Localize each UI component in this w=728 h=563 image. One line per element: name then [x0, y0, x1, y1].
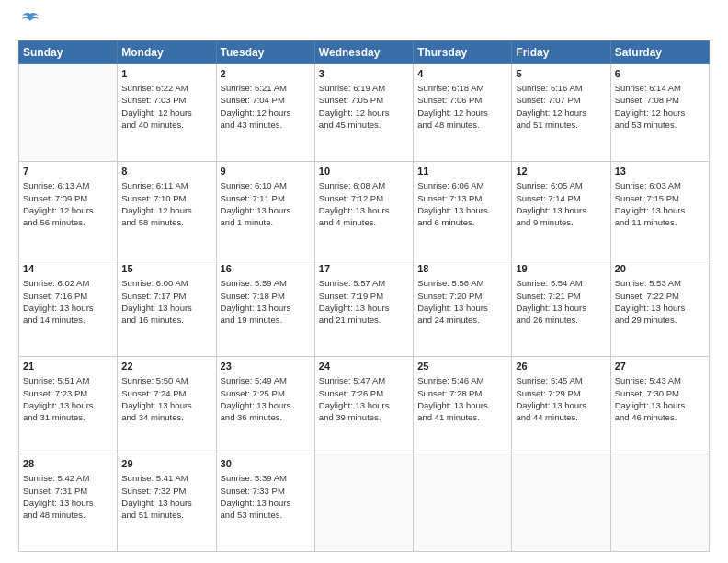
day-info-line: and 48 minutes. — [417, 119, 507, 131]
calendar-cell: 18Sunrise: 5:56 AMSunset: 7:20 PMDayligh… — [414, 259, 512, 356]
day-info-line: Sunrise: 6:10 AM — [221, 179, 311, 191]
calendar-cell: 25Sunrise: 5:46 AMSunset: 7:28 PMDayligh… — [414, 356, 512, 454]
day-number: 18 — [417, 262, 507, 276]
day-info-line: Sunset: 7:19 PM — [319, 290, 409, 302]
calendar-week-row: 21Sunrise: 5:51 AMSunset: 7:23 PMDayligh… — [19, 356, 710, 454]
day-info-line: Sunset: 7:15 PM — [615, 192, 705, 204]
day-info-line: and 19 minutes. — [221, 314, 311, 326]
day-info-line: Daylight: 12 hours — [23, 204, 113, 216]
day-number: 13 — [615, 165, 705, 178]
day-info-line: and 21 minutes. — [319, 314, 409, 326]
calendar-header-saturday: Saturday — [610, 40, 709, 63]
calendar-cell: 2Sunrise: 6:21 AMSunset: 7:04 PMDaylight… — [216, 63, 314, 161]
day-info-line: Sunrise: 6:02 AM — [23, 277, 113, 289]
day-info-line: Sunrise: 6:16 AM — [516, 82, 606, 94]
day-info-line: and 44 minutes. — [516, 411, 606, 423]
day-info-line: Sunset: 7:12 PM — [319, 192, 409, 204]
day-number: 20 — [615, 262, 705, 276]
day-info-line: and 53 minutes. — [615, 119, 705, 131]
day-info-line: Sunset: 7:18 PM — [221, 290, 311, 302]
day-info-line: Daylight: 13 hours — [516, 302, 606, 314]
calendar-header-friday: Friday — [512, 40, 610, 63]
day-info-line: Sunrise: 6:22 AM — [121, 82, 211, 94]
day-info-line: and 24 minutes. — [417, 314, 507, 326]
day-number: 30 — [221, 457, 311, 471]
header — [18, 15, 710, 33]
calendar-cell: 23Sunrise: 5:49 AMSunset: 7:25 PMDayligh… — [216, 356, 314, 454]
day-info-line: Sunset: 7:24 PM — [121, 387, 211, 399]
calendar-cell: 15Sunrise: 6:00 AMSunset: 7:17 PMDayligh… — [118, 259, 216, 356]
calendar-cell — [314, 454, 413, 551]
day-info-line: Sunset: 7:04 PM — [221, 94, 311, 106]
day-number: 3 — [319, 67, 409, 81]
calendar-header-sunday: Sunday — [19, 40, 118, 63]
day-info-line: Daylight: 12 hours — [221, 107, 311, 119]
day-info-line: Daylight: 13 hours — [319, 399, 409, 411]
day-info-line: Sunrise: 5:45 AM — [516, 374, 606, 386]
page: SundayMondayTuesdayWednesdayThursdayFrid… — [0, 0, 728, 563]
calendar-week-row: 14Sunrise: 6:02 AMSunset: 7:16 PMDayligh… — [19, 259, 710, 356]
day-info-line: Daylight: 12 hours — [121, 107, 211, 119]
day-info-line: and 29 minutes. — [615, 314, 705, 326]
calendar-cell: 22Sunrise: 5:50 AMSunset: 7:24 PMDayligh… — [118, 356, 216, 454]
calendar-cell: 5Sunrise: 6:16 AMSunset: 7:07 PMDaylight… — [512, 63, 610, 161]
calendar-cell — [610, 454, 709, 551]
day-info-line: and 43 minutes. — [221, 119, 311, 131]
calendar-cell: 13Sunrise: 6:03 AMSunset: 7:15 PMDayligh… — [610, 161, 709, 259]
calendar-cell — [414, 454, 512, 551]
day-info-line: and 51 minutes. — [516, 119, 606, 131]
day-info-line: Daylight: 13 hours — [121, 497, 211, 509]
day-info-line: Sunrise: 6:14 AM — [615, 82, 705, 94]
calendar-cell: 29Sunrise: 5:41 AMSunset: 7:32 PMDayligh… — [118, 454, 216, 551]
calendar-cell: 27Sunrise: 5:43 AMSunset: 7:30 PMDayligh… — [610, 356, 709, 454]
calendar-cell: 30Sunrise: 5:39 AMSunset: 7:33 PMDayligh… — [216, 454, 314, 551]
day-number: 8 — [121, 165, 211, 178]
day-info-line: Sunrise: 5:50 AM — [121, 374, 211, 386]
day-info-line: Sunrise: 6:19 AM — [319, 82, 409, 94]
day-info-line: Daylight: 12 hours — [319, 107, 409, 119]
day-info-line: Daylight: 12 hours — [615, 107, 705, 119]
calendar-cell: 9Sunrise: 6:10 AMSunset: 7:11 PMDaylight… — [216, 161, 314, 259]
day-info-line: Sunrise: 6:11 AM — [121, 179, 211, 191]
day-number: 23 — [221, 360, 311, 373]
day-info-line: and 11 minutes. — [615, 216, 705, 228]
day-info-line: and 48 minutes. — [23, 509, 113, 521]
day-info-line: Sunrise: 6:08 AM — [319, 179, 409, 191]
calendar-cell — [19, 63, 118, 161]
day-info-line: Sunrise: 5:46 AM — [417, 374, 507, 386]
calendar-cell: 12Sunrise: 6:05 AMSunset: 7:14 PMDayligh… — [512, 161, 610, 259]
day-info-line: and 6 minutes. — [417, 216, 507, 228]
logo — [18, 15, 40, 33]
day-info-line: Sunset: 7:16 PM — [23, 290, 113, 302]
day-info-line: Daylight: 13 hours — [417, 204, 507, 216]
day-info-line: and 39 minutes. — [319, 411, 409, 423]
day-info-line: Sunrise: 5:56 AM — [417, 277, 507, 289]
day-info-line: Daylight: 13 hours — [615, 302, 705, 314]
day-info-line: Sunset: 7:31 PM — [23, 485, 113, 497]
day-info-line: and 51 minutes. — [121, 509, 211, 521]
day-info-line: and 14 minutes. — [23, 314, 113, 326]
day-number: 6 — [615, 67, 705, 81]
day-info-line: Sunrise: 5:53 AM — [615, 277, 705, 289]
day-info-line: Sunrise: 5:49 AM — [221, 374, 311, 386]
day-info-line: and 26 minutes. — [516, 314, 606, 326]
calendar-header-row: SundayMondayTuesdayWednesdayThursdayFrid… — [19, 40, 710, 63]
day-info-line: and 41 minutes. — [417, 411, 507, 423]
day-number: 27 — [615, 360, 705, 373]
day-info-line: and 36 minutes. — [221, 411, 311, 423]
day-info-line: Sunrise: 6:18 AM — [417, 82, 507, 94]
day-info-line: Sunset: 7:30 PM — [615, 387, 705, 399]
day-info-line: and 34 minutes. — [121, 411, 211, 423]
day-number: 2 — [221, 67, 311, 81]
calendar-cell: 24Sunrise: 5:47 AMSunset: 7:26 PMDayligh… — [314, 356, 413, 454]
day-info-line: Sunrise: 6:03 AM — [615, 179, 705, 191]
day-info-line: and 16 minutes. — [121, 314, 211, 326]
day-info-line: Sunrise: 5:41 AM — [121, 472, 211, 484]
calendar-cell: 26Sunrise: 5:45 AMSunset: 7:29 PMDayligh… — [512, 356, 610, 454]
day-info-line: and 31 minutes. — [23, 411, 113, 423]
day-number: 15 — [121, 262, 211, 276]
calendar-cell: 16Sunrise: 5:59 AMSunset: 7:18 PMDayligh… — [216, 259, 314, 356]
day-number: 10 — [319, 165, 409, 178]
day-info-line: Daylight: 13 hours — [221, 497, 311, 509]
day-info-line: Sunset: 7:09 PM — [23, 192, 113, 204]
